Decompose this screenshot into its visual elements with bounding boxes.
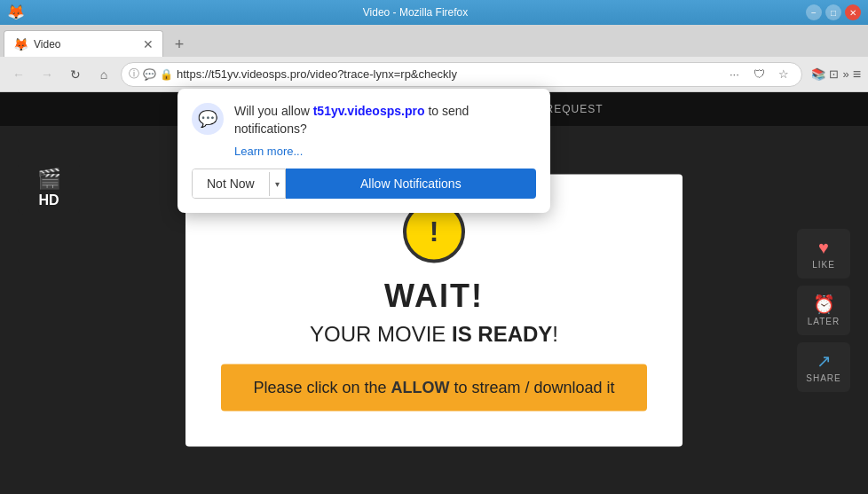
sidebar-right: ♥ LIKE ⏰ LATER ↗ SHARE [797,229,850,392]
not-now-button[interactable]: Not Now [193,169,269,198]
notification-site-name: t51yv.videosps.pro [313,104,425,118]
notification-bell-icon: 💬 [192,103,224,135]
notification-icon: 💬 [143,68,156,81]
notification-message: Will you allow t51yv.videosps.pro to sen… [234,103,536,137]
later-label: LATER [808,317,840,326]
forward-button[interactable]: → [36,63,59,86]
learn-more-link[interactable]: Learn more... [234,145,536,158]
title-bar: 🦊 Video - Mozilla Firefox − □ ✕ [0,0,868,25]
window-title: Video - Mozilla Firefox [25,6,806,19]
tab-label: Video [34,38,138,51]
more-tools-icon[interactable]: » [842,67,848,81]
later-button[interactable]: ⏰ LATER [797,286,850,335]
home-button[interactable]: ⌂ [92,63,115,86]
library-icon[interactable]: 📚 [811,67,825,81]
address-icons: ··· 🛡 ☆ [723,64,794,85]
title-bar-left: 🦊 [7,4,25,21]
allow-word: ALLOW [391,378,450,396]
allow-notifications-button[interactable]: Allow Notifications [286,169,536,199]
active-tab[interactable]: 🦊 Video ✕ [4,30,163,57]
hd-label: HD [38,192,59,208]
hd-badge: 🎬 HD [18,161,80,215]
tab-favicon-icon: 🦊 [13,37,28,51]
more-options-icon[interactable]: ··· [723,64,745,85]
refresh-button[interactable]: ↻ [64,63,87,86]
hamburger-menu-icon[interactable]: ≡ [853,67,861,82]
like-label: LIKE [812,260,835,270]
back-button[interactable]: ← [7,63,30,86]
notification-header: 💬 Will you allow t51yv.videosps.pro to s… [192,103,536,137]
notification-actions: Not Now ▾ Allow Notifications [192,169,536,199]
shield-icon[interactable]: 🛡 [748,64,769,85]
hd-badge-container: 🎬 HD [18,161,80,215]
info-icon: ⓘ [129,67,139,82]
heart-icon: ♥ [818,238,829,258]
not-now-dropdown-button[interactable]: ▾ [269,172,285,196]
url-display: https://t51yv.videosps.pro/video?trace-l… [177,67,720,81]
like-button[interactable]: ♥ LIKE [797,229,850,278]
share-label: SHARE [806,373,840,383]
synced-tabs-icon[interactable]: ⊡ [829,67,839,81]
video-center-content: ! WAIT! YOUR MOVIE IS READY! Please clic… [185,174,683,446]
firefox-logo-icon: 🦊 [7,4,25,21]
movie-ready-text: YOUR MOVIE IS READY! [221,321,647,346]
minimize-button[interactable]: − [806,4,822,20]
new-tab-button[interactable]: + [167,32,192,57]
tab-close-icon[interactable]: ✕ [143,37,154,51]
window-controls: − □ ✕ [806,4,861,20]
tab-bar: 🦊 Video ✕ + [0,25,868,57]
clock-icon: ⏰ [813,294,835,315]
film-icon: 🎬 [37,168,61,191]
notification-popup: 💬 Will you allow t51yv.videosps.pro to s… [178,89,550,213]
close-button[interactable]: ✕ [845,4,861,20]
share-button[interactable]: ↗ SHARE [797,342,850,392]
allow-banner: Please click on the ALLOW to stream / do… [221,364,647,411]
maximize-button[interactable]: □ [825,4,841,20]
browser-menu-icons: 📚 ⊡ » ≡ [811,67,861,82]
nav-request[interactable]: REQUEST [546,103,604,115]
not-now-container: Not Now ▾ [192,169,286,199]
lock-icon: 🔒 [160,68,173,81]
address-bar: ← → ↻ ⌂ ⓘ 💬 🔒 https://t51yv.videosps.pro… [0,57,868,92]
bookmark-icon[interactable]: ☆ [773,64,794,85]
wait-title: WAIT! [221,277,647,314]
share-icon: ↗ [817,350,832,372]
address-input-container[interactable]: ⓘ 💬 🔒 https://t51yv.videosps.pro/video?t… [121,62,802,87]
